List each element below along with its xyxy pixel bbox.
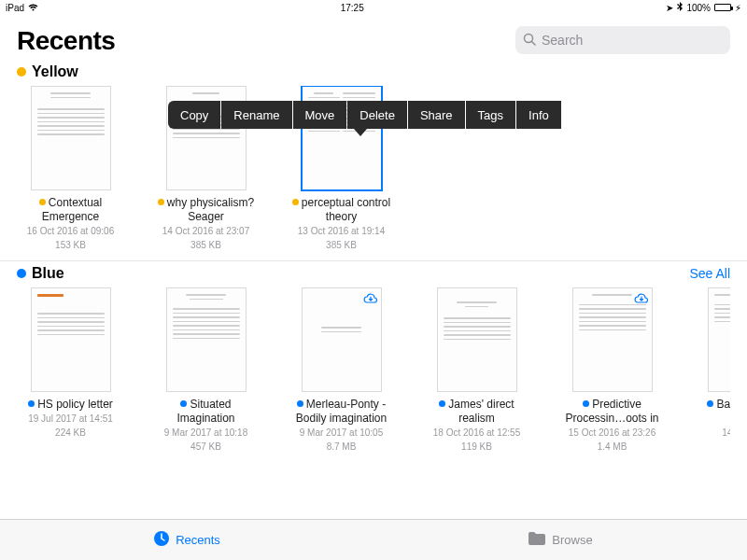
file-date: 18 Oct 2016 at 12:55 bbox=[423, 427, 530, 440]
cloud-download-icon bbox=[634, 291, 649, 308]
bluetooth-icon bbox=[677, 2, 683, 13]
file-size: 385 KB bbox=[288, 240, 395, 252]
file-name: HS policy letter bbox=[37, 398, 113, 411]
tab-browse[interactable]: Browse bbox=[374, 520, 747, 560]
section-title: Yellow bbox=[32, 63, 78, 80]
action-tags[interactable]: Tags bbox=[466, 101, 515, 129]
tag-dot-blue bbox=[17, 269, 26, 278]
clock-icon bbox=[153, 530, 170, 550]
action-share[interactable]: Share bbox=[408, 101, 465, 129]
svg-line-1 bbox=[532, 42, 536, 46]
location-icon: ➤ bbox=[666, 3, 673, 13]
battery-icon bbox=[714, 4, 731, 11]
file-thumbnail bbox=[31, 287, 111, 392]
file-date: 15 Oct 2016 at 23:26 bbox=[558, 427, 666, 440]
file-size: 153 KB bbox=[17, 240, 124, 252]
folder-icon bbox=[528, 531, 546, 549]
file-item[interactable]: Situated Imagination 9 Mar 2017 at 10:18… bbox=[152, 287, 260, 453]
file-date: 14 Oct 2016 at 23:07 bbox=[152, 226, 260, 238]
file-item[interactable]: Bayesia body-wor… 14 Oct 2016 295 bbox=[694, 287, 730, 453]
section-blue: Blue See All HS policy letter 19 Jul 201… bbox=[0, 261, 747, 462]
section-title: Blue bbox=[32, 265, 64, 282]
file-thumbnail bbox=[302, 287, 382, 392]
action-copy[interactable]: Copy bbox=[168, 101, 220, 129]
popover-caret-icon bbox=[354, 129, 367, 136]
device-label: iPad bbox=[6, 3, 24, 13]
file-thumbnail bbox=[437, 287, 517, 392]
battery-pct: 100% bbox=[686, 3, 711, 13]
file-item[interactable]: Merleau-Ponty - Bodily imagination 9 Mar… bbox=[288, 287, 395, 453]
section-yellow: Yellow Contextual Emergence 16 Oct 2016 … bbox=[0, 60, 747, 261]
context-menu: Copy Rename Move Delete Share Tags Info bbox=[168, 101, 561, 129]
file-item[interactable]: HS policy letter 19 Jul 2017 at 14:51 22… bbox=[17, 287, 124, 453]
search-icon bbox=[523, 33, 536, 49]
file-thumbnail bbox=[31, 86, 111, 190]
tab-recents[interactable]: Recents bbox=[0, 520, 374, 560]
tab-label: Recents bbox=[176, 533, 220, 547]
file-item[interactable]: Contextual Emergence 16 Oct 2016 at 09:0… bbox=[17, 86, 124, 251]
file-size: 8.7 MB bbox=[288, 441, 395, 454]
status-bar: iPad 17:25 ➤ 100% ⚡︎ bbox=[0, 0, 747, 15]
file-date: 9 Mar 2017 at 10:05 bbox=[288, 427, 395, 440]
tag-dot-yellow bbox=[17, 67, 26, 77]
file-name: Contextual Emergence bbox=[42, 196, 102, 223]
file-size: 457 KB bbox=[152, 441, 260, 454]
file-thumbnail bbox=[166, 287, 247, 392]
action-info[interactable]: Info bbox=[516, 101, 561, 129]
tab-bar: Recents Browse bbox=[0, 519, 747, 560]
file-date: 14 Oct 2016 bbox=[694, 427, 730, 440]
file-name: Bayesia body-wor… bbox=[716, 398, 730, 425]
action-delete[interactable]: Delete bbox=[347, 101, 407, 129]
action-rename[interactable]: Rename bbox=[221, 101, 291, 129]
file-date: 13 Oct 2016 at 19:14 bbox=[288, 226, 395, 238]
tab-label: Browse bbox=[552, 533, 592, 547]
file-date: 16 Oct 2016 at 09:06 bbox=[17, 226, 124, 238]
file-size: 224 KB bbox=[17, 427, 124, 440]
cloud-download-icon bbox=[363, 291, 378, 308]
file-item[interactable]: James' direct realism 18 Oct 2016 at 12:… bbox=[423, 287, 530, 453]
search-input[interactable] bbox=[515, 26, 730, 54]
file-size: 1.4 MB bbox=[558, 441, 666, 454]
file-thumbnail bbox=[708, 287, 731, 392]
file-thumbnail bbox=[572, 287, 653, 392]
wifi-icon bbox=[28, 3, 38, 13]
file-name: Predictive Processin…oots in Kant bbox=[565, 398, 658, 426]
file-size: 119 KB bbox=[423, 441, 530, 454]
file-size: 295 bbox=[694, 441, 730, 454]
charging-icon: ⚡︎ bbox=[735, 3, 741, 13]
file-name: James' direct realism bbox=[448, 398, 514, 425]
file-date: 9 Mar 2017 at 10:18 bbox=[152, 427, 260, 440]
action-move[interactable]: Move bbox=[293, 101, 347, 129]
file-size: 385 KB bbox=[152, 240, 260, 252]
file-name: why physicalism? Seager bbox=[167, 196, 254, 223]
see-all-link[interactable]: See All bbox=[689, 266, 730, 281]
file-name: Merleau-Ponty - Bodily imagination bbox=[296, 398, 387, 425]
page-title: Recents bbox=[17, 26, 115, 56]
file-date: 19 Jul 2017 at 14:51 bbox=[17, 413, 124, 426]
clock: 17:25 bbox=[38, 3, 666, 13]
file-name: perceptual control theory bbox=[302, 196, 390, 223]
file-item[interactable]: Predictive Processin…oots in Kant 15 Oct… bbox=[558, 287, 666, 453]
